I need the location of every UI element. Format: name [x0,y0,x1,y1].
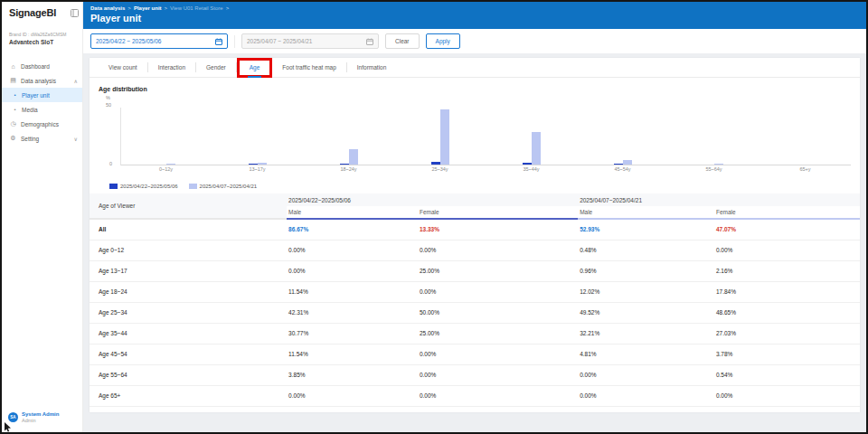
bar-group-55-64y [668,108,760,165]
calendar-icon [215,38,222,45]
calendar-icon [366,38,373,45]
table-subheader-female: Female [714,206,860,219]
table-subheader-male: Male [287,206,418,219]
value-cell: 0.00% [418,385,578,406]
age-label-cell: Age 55~64 [90,364,287,385]
chart-legend: 2025/04/22~2025/05/062025/04/07~2025/04/… [109,184,257,189]
bar-2025-04-22-2025-05-06-45-54y [614,164,623,165]
bar-group-0-12y [121,108,212,165]
age-label-cell: All [90,219,287,240]
page-header: Data analysis > Player unit > View U01 R… [83,2,866,29]
bar-2025-04-07-2025-04-21-35-44y [532,132,541,165]
x-tick-label: 45~54y [577,166,668,172]
tab-information[interactable]: Information [347,62,397,72]
table-row-age-0-12: Age 0~120.00%0.00%0.48%0.00% [90,240,860,260]
user-name: System Admin [22,411,59,419]
x-tick-label: 18~24y [303,166,394,172]
table-row-age-18-24: Age 18~2411.54%0.00%12.02%17.84% [90,281,860,302]
legend-item: 2025/04/07~2025/04/21 [189,184,258,189]
gear-icon: ⚙ [9,135,17,142]
bar-2025-04-22-2025-05-06-18-24y [340,164,349,165]
table-row-age-45-54: Age 45~5411.54%0.00%4.81%3.78% [90,344,860,364]
report-card: View countInteractionGenderAgeFoot traff… [90,58,860,412]
value-cell: 17.84% [714,281,860,302]
clock-icon: ◷ [9,120,17,127]
breadcrumb-separator: > [165,5,168,11]
tab-gender[interactable]: Gender [196,62,237,72]
user-block[interactable]: SA System Admin Admin [8,411,59,424]
bar-2025-04-22-2025-05-06-13-17y [249,164,258,165]
value-cell: 0.00% [418,364,578,385]
legend-label: 2025/04/07~2025/04/21 [200,184,258,189]
content-area: View countInteractionGenderAgeFoot traff… [83,53,866,432]
clear-button[interactable]: Clear [385,33,420,49]
breadcrumb-data-analysis[interactable]: Data analysis [90,5,125,11]
table-period-header: 2025/04/22~2025/05/06 [287,193,578,206]
date-range-primary[interactable] [90,33,228,49]
sidebar-item-dashboard[interactable]: ⌂Dashboard [2,59,82,73]
sidebar-item-data-analysis[interactable]: ▤Data analysis∧ [2,73,82,88]
value-cell: 0.00% [714,385,860,406]
mouse-cursor [5,422,12,432]
table-row-age-35-44: Age 35~4430.77%25.00%32.21%27.03% [90,323,860,344]
value-cell: 11.54% [287,281,418,302]
sidebar-item-player-unit[interactable]: •Player unit [2,88,82,102]
y-axis-unit: % [106,95,110,100]
sidebar-item-label: Player unit [22,92,50,99]
value-cell: 2.16% [714,260,860,281]
sidebar-item-demographics[interactable]: ◷Demographics [2,117,82,131]
sidebar-item-setting[interactable]: ⚙Setting∨ [2,131,82,146]
filter-toolbar: Clear Apply [83,29,866,53]
legend-label: 2025/04/22~2025/05/06 [120,184,178,189]
breadcrumb-view-store[interactable]: View U01 Retail Store [170,5,223,11]
brand-block: Brand ID : dWa26Za6CMSM Advantech SIoT [2,18,82,45]
sidebar-item-label: Demographics [21,121,59,127]
value-cell: 0.00% [578,364,714,385]
value-cell: 3.85% [287,364,418,385]
breadcrumb-player-unit[interactable]: Player unit [134,5,162,11]
bar-2025-04-07-2025-04-21-18-24y [349,149,358,165]
bar-group-13-17y [212,108,304,165]
bar-2025-04-07-2025-04-21-0-12y [166,164,175,165]
breadcrumb: Data analysis > Player unit > View U01 R… [90,5,859,11]
breadcrumb-separator: > [226,5,230,11]
sidebar-item-label: Data analysis [21,78,56,84]
age-table: Age of Viewer2025/04/22~2025/05/062025/0… [90,193,860,407]
table-header-age-of-viewer: Age of Viewer [90,193,287,219]
legend-swatch [109,184,118,189]
date-range-compare[interactable] [241,33,379,49]
value-cell: 86.67% [287,219,418,240]
collapse-sidebar-icon[interactable] [71,9,79,17]
age-label-cell: Age 0~12 [90,240,287,260]
x-axis-labels: 0~12y13~17y18~24y25~34y35~44y45~54y55~64… [120,166,851,172]
value-cell: 12.02% [578,281,714,302]
tab-view-count[interactable]: View count [99,62,148,72]
tab-interaction[interactable]: Interaction [148,62,196,72]
value-cell: 11.54% [287,344,418,364]
chart-plot [120,108,851,165]
bar-2025-04-07-2025-04-21-55-64y [714,164,723,165]
x-tick-label: 55~64y [668,166,760,172]
sidebar-item-label: Setting [21,136,39,142]
bar-2025-04-22-2025-05-06-25-34y [431,162,440,165]
value-cell: 3.78% [714,344,860,364]
table-row-all: All86.67%13.33%52.93%47.07% [90,219,860,240]
date-range-compare-input[interactable] [247,38,363,44]
date-range-primary-input[interactable] [96,38,212,44]
x-tick-label: 13~17y [212,166,303,172]
x-tick-label: 65+y [760,166,851,172]
value-cell: 0.00% [714,240,860,260]
y-tick-50: 50 [106,102,111,108]
legend-swatch [189,184,197,189]
bar-group-25-34y [395,108,486,165]
value-cell: 0.96% [578,260,714,281]
tab-foot-traffic-heat-map[interactable]: Foot traffic heat map [272,62,347,72]
table-row-age-25-34: Age 25~3442.31%50.00%49.52%48.65% [90,302,860,323]
tab-age[interactable]: Age [240,62,270,72]
age-label-cell: Age 35~44 [90,323,287,344]
value-cell: 50.00% [418,302,578,323]
value-cell: 42.31% [287,302,418,323]
apply-button[interactable]: Apply [426,33,460,49]
sidebar-item-media[interactable]: •Media [2,102,82,117]
bar-2025-04-07-2025-04-21-13-17y [258,163,267,165]
